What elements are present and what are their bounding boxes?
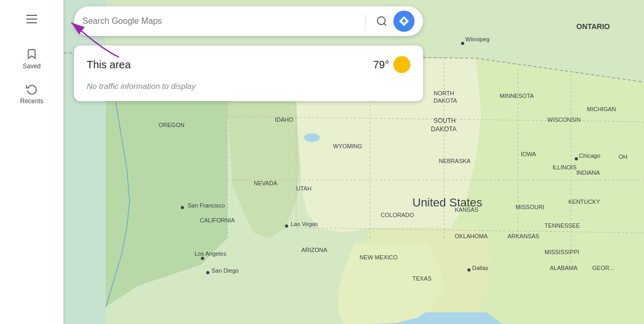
wisconsin-label: WISCONSIN bbox=[547, 116, 581, 123]
svg-point-19 bbox=[378, 17, 385, 25]
texas-label: TEXAS bbox=[412, 275, 431, 282]
colorado-label: COLORADO bbox=[381, 212, 414, 218]
svg-point-15 bbox=[285, 224, 288, 228]
svg-point-11 bbox=[304, 133, 320, 142]
sidebar-item-saved[interactable]: Saved bbox=[11, 43, 53, 74]
menu-button[interactable] bbox=[20, 7, 43, 31]
utah-label: UTAH bbox=[296, 185, 311, 192]
ohio-label: OH bbox=[619, 154, 628, 160]
michigan-label: MICHIGAN bbox=[587, 106, 616, 112]
traffic-message: No traffic information to display bbox=[87, 82, 410, 91]
svg-point-16 bbox=[201, 257, 204, 260]
directions-button[interactable] bbox=[393, 11, 415, 32]
tennessee-label: TENNESSEE bbox=[545, 222, 580, 229]
svg-point-18 bbox=[467, 268, 471, 272]
north-dakota-label: NORTH bbox=[434, 90, 454, 96]
svg-line-20 bbox=[384, 23, 386, 25]
menu-icon bbox=[26, 22, 37, 23]
svg-point-12 bbox=[461, 42, 464, 45]
traffic-panel: This area 79° No traffic information to … bbox=[74, 46, 423, 101]
search-divider bbox=[365, 14, 366, 29]
svg-point-14 bbox=[181, 206, 184, 209]
temperature: 79° bbox=[373, 59, 389, 71]
saved-label: Saved bbox=[23, 62, 41, 70]
california-label: CALIFORNIA bbox=[200, 217, 235, 223]
menu-icon bbox=[26, 19, 37, 20]
minnesota-label: MINNESOTA bbox=[500, 93, 534, 99]
winnipeg-label: Winnipeg bbox=[465, 36, 490, 42]
dallas-label: Dallas bbox=[472, 265, 489, 271]
idaho-label: IDAHO bbox=[275, 116, 293, 123]
nebraska-label: NEBRASKA bbox=[439, 158, 471, 164]
traffic-title: This area bbox=[87, 59, 131, 71]
sidebar: Saved Recents bbox=[0, 0, 63, 324]
ontario-label: ONTARIO bbox=[576, 22, 610, 31]
svg-point-13 bbox=[575, 157, 578, 160]
history-icon bbox=[25, 83, 38, 95]
kansas-label: KANSAS bbox=[455, 206, 479, 213]
svg-point-17 bbox=[206, 271, 209, 274]
oregon-label: OREGON bbox=[159, 122, 185, 128]
los-angeles-label: Los Angeles bbox=[195, 250, 226, 257]
recents-label: Recents bbox=[20, 97, 43, 105]
iowa-label: IOWA bbox=[521, 151, 537, 157]
arkansas-label: ARKANSAS bbox=[508, 233, 539, 239]
new-mexico-label: NEW MEXICO bbox=[360, 254, 398, 260]
north-dakota-label2: DAKOTA bbox=[434, 97, 457, 104]
oklahoma-label: OKLAHOMA bbox=[455, 233, 488, 239]
weather-info: 79° bbox=[373, 56, 410, 73]
sun-icon bbox=[393, 56, 410, 73]
san-diego-label: San Diego bbox=[211, 267, 238, 274]
sidebar-item-recents[interactable]: Recents bbox=[11, 78, 53, 109]
chicago-label: Chicago bbox=[579, 152, 600, 159]
missouri-label: MISSOURI bbox=[516, 204, 544, 210]
georgia-label: GEOR... bbox=[592, 265, 614, 271]
search-input[interactable] bbox=[82, 16, 359, 26]
wyoming-label: WYOMING bbox=[333, 143, 362, 149]
bookmark-icon bbox=[25, 48, 38, 60]
mississippi-label: MISSISSIPPI bbox=[545, 249, 579, 255]
traffic-header: This area 79° bbox=[87, 56, 410, 73]
illinois-label: ILLINOIS bbox=[553, 164, 576, 170]
nevada-label: NEVADA bbox=[254, 180, 278, 186]
las-vegas-label: Las Vegas bbox=[291, 221, 318, 227]
arizona-label: ARIZONA bbox=[301, 247, 328, 253]
kentucky-label: KENTUCKY bbox=[568, 199, 601, 205]
menu-icon bbox=[26, 15, 37, 16]
south-dakota-label2: DAKOTA bbox=[431, 125, 456, 133]
indiana-label: INDIANA bbox=[576, 169, 600, 176]
san-francisco-label: San Francisco bbox=[188, 202, 225, 209]
search-button[interactable] bbox=[372, 12, 391, 31]
alabama-label: ALABAMA bbox=[550, 265, 578, 271]
south-dakota-label: SOUTH bbox=[434, 117, 456, 124]
search-bar bbox=[74, 6, 423, 36]
